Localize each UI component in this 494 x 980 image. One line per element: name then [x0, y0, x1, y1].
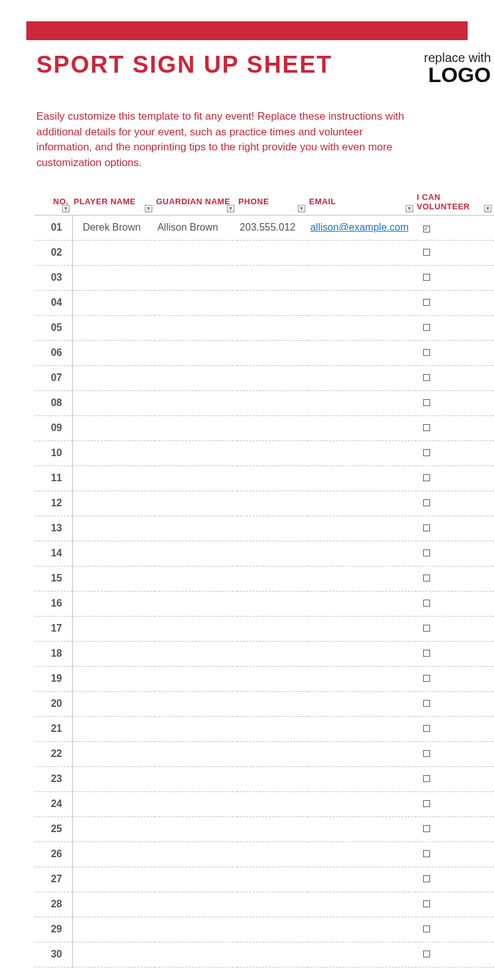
guardian-name-cell[interactable] [155, 766, 237, 791]
phone-cell[interactable] [237, 641, 308, 666]
player-name-cell[interactable] [72, 541, 154, 566]
player-name-cell[interactable] [72, 365, 154, 390]
phone-cell[interactable] [237, 842, 308, 867]
guardian-name-cell[interactable] [155, 541, 237, 566]
email-cell[interactable] [308, 265, 416, 290]
guardian-name-cell[interactable] [155, 591, 237, 616]
email-cell[interactable] [308, 466, 416, 491]
volunteer-checkbox[interactable] [423, 800, 430, 807]
phone-cell[interactable] [237, 390, 308, 415]
guardian-name-cell[interactable] [155, 566, 237, 591]
player-name-cell[interactable] [72, 265, 154, 290]
volunteer-cell[interactable] [416, 390, 494, 415]
email-cell[interactable] [308, 917, 416, 942]
volunteer-cell[interactable] [416, 641, 494, 666]
volunteer-checkbox[interactable] [423, 449, 430, 456]
filter-dropdown-icon[interactable]: ▾ [298, 205, 305, 212]
volunteer-checkbox[interactable] [423, 951, 430, 957]
phone-cell[interactable]: 203.555.012 [237, 215, 308, 240]
volunteer-cell[interactable] [416, 791, 494, 816]
player-name-cell[interactable] [72, 340, 154, 365]
phone-cell[interactable] [237, 591, 308, 616]
volunteer-cell[interactable] [416, 365, 494, 390]
phone-cell[interactable] [237, 867, 308, 892]
player-name-cell[interactable] [72, 791, 154, 816]
guardian-name-cell[interactable] [155, 691, 237, 716]
guardian-name-cell[interactable] [155, 867, 237, 892]
volunteer-checkbox[interactable] [423, 775, 430, 782]
phone-cell[interactable] [237, 892, 308, 917]
player-name-cell[interactable] [72, 666, 154, 691]
filter-dropdown-icon[interactable]: ▾ [484, 205, 491, 212]
volunteer-cell[interactable] [416, 466, 494, 491]
guardian-name-cell[interactable] [155, 616, 237, 641]
email-cell[interactable] [308, 315, 416, 340]
player-name-cell[interactable] [72, 491, 154, 516]
phone-cell[interactable] [237, 666, 308, 691]
guardian-name-cell[interactable] [155, 340, 237, 365]
volunteer-checkbox[interactable] [423, 575, 430, 581]
email-cell[interactable] [308, 566, 416, 591]
volunteer-checkbox[interactable] [423, 825, 430, 832]
phone-cell[interactable] [237, 516, 308, 541]
email-cell[interactable] [308, 641, 416, 666]
phone-cell[interactable] [237, 566, 308, 591]
guardian-name-cell[interactable] [155, 491, 237, 516]
phone-cell[interactable] [237, 917, 308, 942]
volunteer-cell[interactable] [416, 867, 494, 892]
volunteer-cell[interactable] [416, 691, 494, 716]
volunteer-checkbox[interactable] [423, 625, 430, 632]
volunteer-checkbox[interactable] [423, 675, 430, 682]
volunteer-cell[interactable] [416, 842, 494, 867]
volunteer-checkbox[interactable] [423, 875, 430, 882]
phone-cell[interactable] [237, 942, 308, 967]
email-cell[interactable] [308, 440, 416, 466]
volunteer-checkbox[interactable] [423, 900, 430, 907]
phone-cell[interactable] [237, 290, 308, 315]
guardian-name-cell[interactable] [155, 516, 237, 541]
filter-dropdown-icon[interactable]: ▾ [227, 205, 234, 212]
email-cell[interactable] [308, 816, 416, 842]
volunteer-checkbox[interactable] [423, 374, 430, 381]
volunteer-checkbox[interactable] [423, 324, 430, 331]
filter-dropdown-icon[interactable]: ▾ [62, 205, 70, 212]
volunteer-checkbox[interactable] [423, 725, 430, 732]
player-name-cell[interactable] [72, 892, 154, 917]
player-name-cell[interactable] [72, 566, 154, 591]
email-cell[interactable] [308, 516, 416, 541]
volunteer-cell[interactable] [416, 816, 494, 842]
volunteer-cell[interactable] [416, 290, 494, 315]
volunteer-cell[interactable] [416, 541, 494, 566]
email-cell[interactable] [308, 415, 416, 440]
email-cell[interactable]: allison@example.com [308, 215, 416, 240]
player-name-cell[interactable] [72, 415, 154, 440]
email-link[interactable]: allison@example.com [310, 222, 409, 232]
player-name-cell[interactable] [72, 917, 154, 942]
volunteer-cell[interactable] [416, 616, 494, 641]
player-name-cell[interactable] [72, 616, 154, 641]
volunteer-checkbox[interactable] [423, 650, 430, 657]
player-name-cell[interactable] [72, 942, 154, 967]
email-cell[interactable] [308, 491, 416, 516]
col-header-no[interactable]: NO. ▾ [34, 189, 72, 216]
guardian-name-cell[interactable] [155, 415, 237, 440]
guardian-name-cell[interactable] [155, 666, 237, 691]
col-header-guardian[interactable]: GUARDIAN NAME ▾ [155, 189, 237, 216]
guardian-name-cell[interactable] [155, 390, 237, 415]
volunteer-cell[interactable] [416, 491, 494, 516]
guardian-name-cell[interactable] [155, 892, 237, 917]
phone-cell[interactable] [237, 440, 308, 466]
email-cell[interactable] [308, 290, 416, 315]
guardian-name-cell[interactable] [155, 716, 237, 741]
filter-dropdown-icon[interactable]: ▾ [145, 205, 152, 212]
guardian-name-cell[interactable] [155, 917, 237, 942]
volunteer-cell[interactable] [416, 265, 494, 290]
volunteer-checkbox[interactable]: ✓ [423, 226, 430, 232]
volunteer-checkbox[interactable] [423, 299, 430, 306]
email-cell[interactable] [308, 666, 416, 691]
volunteer-checkbox[interactable] [423, 550, 430, 556]
player-name-cell[interactable] [72, 315, 154, 340]
guardian-name-cell[interactable] [155, 741, 237, 766]
phone-cell[interactable] [237, 240, 308, 265]
volunteer-cell[interactable] [416, 591, 494, 616]
